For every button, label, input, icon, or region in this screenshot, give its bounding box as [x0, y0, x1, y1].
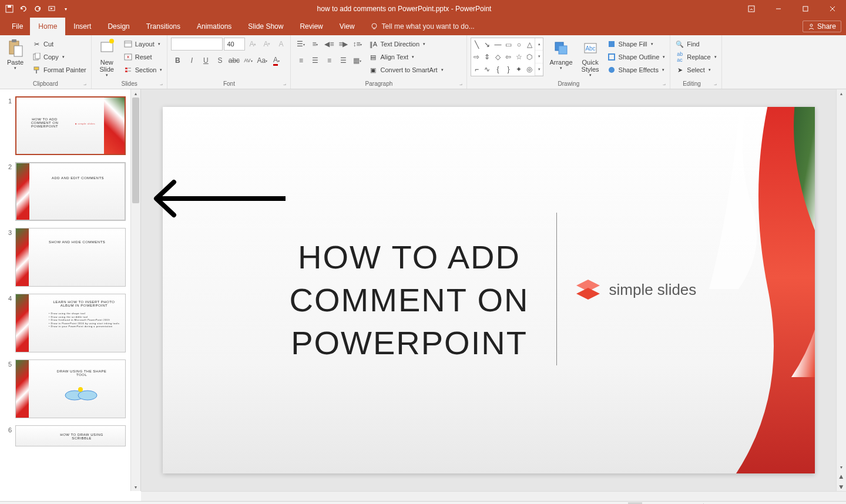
notes-button[interactable]: ≐Notes [543, 502, 572, 505]
font-color-icon[interactable]: A▾ [270, 54, 283, 67]
replace-button[interactable]: abacReplace▾ [674, 51, 717, 63]
select-button[interactable]: ➤Select▾ [674, 63, 717, 76]
sorter-view-icon[interactable] [647, 502, 661, 505]
panel-scrollbar[interactable]: ▴ ▾ [130, 89, 140, 491]
share-button[interactable]: Share [803, 21, 841, 32]
align-right-icon[interactable]: ≡ [323, 54, 335, 67]
strikethrough-icon[interactable]: abc [227, 54, 240, 67]
columns-icon[interactable]: ▦▾ [351, 54, 364, 67]
slide-thumbnail-3[interactable]: SHOW AND HIDE COMMENTS [15, 228, 126, 287]
shape-star-icon[interactable]: ☆ [513, 51, 524, 63]
shape-fill-button[interactable]: Shape Fill▾ [606, 38, 667, 51]
start-from-beginning-icon[interactable] [47, 4, 56, 14]
font-size-input[interactable] [224, 38, 245, 51]
slide-thumbnail-4[interactable]: LEARN HOW TO INSERT PHOTO ALBUM IN POWER… [15, 294, 126, 352]
tab-home[interactable]: Home [30, 18, 65, 35]
ribbon-display-options[interactable] [738, 0, 765, 18]
shapes-gallery[interactable]: ╲ ↘ — ▭ ○ △ ⇨ ⇕ ◇ ⇦ ☆ ⬡ ⌐ ∿ { } ✦ [471, 38, 543, 76]
shape-brace-l-icon[interactable]: { [492, 63, 503, 76]
clear-formatting-icon[interactable]: A [274, 38, 287, 51]
reading-view-icon[interactable] [666, 502, 680, 505]
format-painter-button[interactable]: Format Painter [31, 63, 88, 76]
shape-curve-icon[interactable]: ∿ [482, 63, 492, 76]
shape-callout-icon[interactable]: ◎ [524, 63, 535, 76]
shape-line2-icon[interactable]: — [492, 38, 503, 51]
tab-design[interactable]: Design [99, 18, 137, 35]
undo-icon[interactable] [19, 4, 28, 14]
qat-dropdown-icon[interactable]: ▾ [61, 4, 70, 14]
align-center-icon[interactable]: ☰ [308, 54, 321, 67]
tab-insert[interactable]: Insert [65, 18, 99, 35]
change-case-icon[interactable]: Aa▾ [256, 54, 268, 67]
section-button[interactable]: Section▾ [122, 63, 164, 76]
align-text-button[interactable]: ▤Align Text▾ [367, 51, 444, 63]
shape-arrow-ud-icon[interactable]: ⇕ [482, 51, 492, 63]
italic-icon[interactable]: I [185, 54, 198, 67]
underline-icon[interactable]: U [199, 54, 212, 67]
tab-animations[interactable]: Animations [189, 18, 240, 35]
shadow-icon[interactable]: S [213, 54, 226, 67]
tab-file[interactable]: File [5, 18, 30, 35]
shape-arrow-icon[interactable]: ↘ [482, 38, 492, 51]
shape-brace-r-icon[interactable]: } [503, 63, 513, 76]
zoom-out-icon[interactable]: − [709, 502, 721, 505]
comments-button[interactable]: 💬Comments [577, 502, 623, 505]
shape-triangle-icon[interactable]: △ [524, 38, 535, 51]
slideshow-view-icon[interactable] [684, 502, 699, 505]
decrease-font-icon[interactable]: A▾ [260, 38, 273, 51]
redo-icon[interactable] [33, 4, 42, 14]
minimize-button[interactable] [765, 0, 792, 18]
tab-view[interactable]: View [331, 18, 363, 35]
shape-oval-icon[interactable]: ○ [513, 38, 524, 51]
shapes-scroll[interactable]: ▴▾▾ [535, 38, 543, 76]
main-slide[interactable]: HOW TO ADD COMMENT ON POWERPOINT simple … [163, 107, 815, 473]
char-spacing-icon[interactable]: AV▾ [241, 54, 254, 67]
normal-view-icon[interactable] [628, 502, 642, 505]
bullets-icon[interactable]: ☰▾ [294, 38, 307, 51]
arrange-button[interactable]: Arrange▾ [547, 38, 575, 72]
cut-button[interactable]: ✂Cut [31, 38, 88, 51]
close-button[interactable] [819, 0, 846, 18]
find-button[interactable]: 🔍Find [674, 38, 717, 51]
increase-font-icon[interactable]: A▴ [246, 38, 259, 51]
save-icon[interactable] [5, 4, 14, 14]
layout-button[interactable]: Layout▾ [122, 38, 164, 51]
tab-slideshow[interactable]: Slide Show [240, 18, 291, 35]
slide-thumbnail-1[interactable]: HOW TO ADD COMMENT ON POWERPOINT ■ simpl… [15, 96, 126, 155]
smartart-button[interactable]: ▣Convert to SmartArt▾ [367, 63, 444, 76]
tell-me-search[interactable]: Tell me what you want to do... [370, 22, 475, 31]
shape-connector-icon[interactable]: ⌐ [471, 63, 482, 76]
slide-thumbnail-2[interactable]: ADD AND EDIT COMMENTS [15, 162, 126, 221]
font-name-input[interactable] [171, 38, 223, 51]
slide-thumbnail-5[interactable]: DRAW USING THE SHAPE TOOL [15, 359, 126, 418]
paste-button[interactable]: Paste ▾ [4, 38, 27, 72]
shape-diamond-icon[interactable]: ◇ [492, 51, 503, 63]
slide-thumbnail-6[interactable]: HOW TO DRAW USING SCRIBBLE [15, 425, 126, 446]
slide-title[interactable]: HOW TO ADD COMMENT ON POWERPOINT [263, 236, 556, 364]
quick-styles-button[interactable]: Abc Quick Styles▾ [579, 38, 602, 79]
decrease-indent-icon[interactable]: ◀≡ [323, 38, 335, 51]
align-left-icon[interactable]: ≡ [294, 54, 307, 67]
increase-indent-icon[interactable]: ≡▶ [337, 38, 350, 51]
numbering-icon[interactable]: ≡▾ [308, 38, 321, 51]
tab-transitions[interactable]: Transitions [138, 18, 189, 35]
shape-rect-icon[interactable]: ▭ [503, 38, 513, 51]
shape-effects-button[interactable]: Shape Effects▾ [606, 63, 667, 76]
zoom-in-icon[interactable]: + [793, 502, 806, 505]
canvas-scrollbar-vertical[interactable]: ▴ ▾ ⯅ ⯆ [836, 89, 846, 491]
shape-line-icon[interactable]: ╲ [471, 38, 482, 51]
copy-button[interactable]: Copy▾ [31, 51, 88, 63]
bold-icon[interactable]: B [171, 54, 184, 67]
shape-star2-icon[interactable]: ✦ [513, 63, 524, 76]
canvas-scrollbar-horizontal[interactable] [141, 491, 846, 501]
text-direction-button[interactable]: ‖AText Direction▾ [367, 38, 444, 51]
maximize-button[interactable] [792, 0, 819, 18]
shape-outline-button[interactable]: Shape Outline▾ [606, 51, 667, 63]
tab-review[interactable]: Review [291, 18, 331, 35]
fit-to-window-icon[interactable] [828, 502, 841, 505]
shape-arrow-l-icon[interactable]: ⇦ [503, 51, 513, 63]
shape-hex-icon[interactable]: ⬡ [524, 51, 535, 63]
reset-button[interactable]: Reset [122, 51, 164, 63]
justify-icon[interactable]: ☰ [337, 54, 350, 67]
line-spacing-icon[interactable]: ↕≡▾ [351, 38, 364, 51]
